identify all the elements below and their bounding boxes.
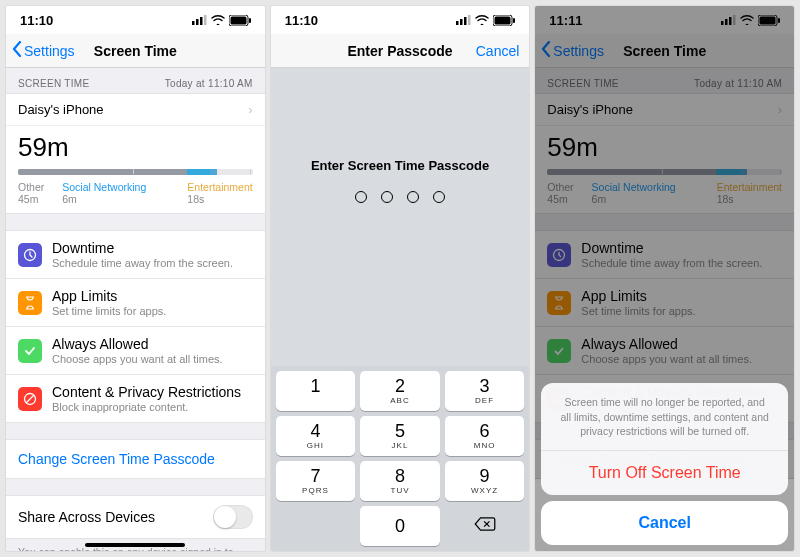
row-app-limits[interactable]: App LimitsSet time limits for apps. (6, 278, 265, 326)
numeric-keypad: 1 2ABC 3DEF 4GHI 5JKL 6MNO 7PQRS 8TUV 9W… (271, 366, 530, 551)
check-icon (18, 339, 42, 363)
cat-social-label: Social Networking (62, 181, 146, 193)
row-always-allowed[interactable]: Always AllowedChoose apps you want at al… (6, 326, 265, 374)
passcode-dots (271, 191, 530, 203)
back-label: Settings (24, 43, 75, 59)
key-4[interactable]: 4GHI (276, 416, 356, 456)
hourglass-icon (18, 291, 42, 315)
phone-turn-off-confirm: 11:11 Settings Screen Time SCREEN TIME T… (535, 6, 794, 551)
action-sheet-backdrop[interactable]: Screen time will no longer be reported, … (535, 6, 794, 551)
turn-off-screen-time-button[interactable]: Turn Off Screen Time (541, 450, 788, 495)
svg-rect-5 (230, 16, 246, 24)
downtime-title: Downtime (52, 240, 233, 256)
section-header-right: Today at 11:10 AM (165, 78, 253, 89)
key-8[interactable]: 8TUV (360, 461, 440, 501)
svg-rect-16 (513, 18, 515, 23)
backspace-icon (474, 516, 496, 536)
wifi-icon (211, 15, 225, 25)
nav-bar: Settings Screen Time (6, 34, 265, 68)
passcode-dot (381, 191, 393, 203)
content-title: Content & Privacy Restrictions (52, 384, 241, 400)
svg-line-9 (26, 395, 34, 403)
always-title: Always Allowed (52, 336, 223, 352)
row-content-privacy[interactable]: Content & Privacy RestrictionsBlock inap… (6, 374, 265, 422)
wifi-icon (475, 15, 489, 25)
cat-other-value: 45m (18, 193, 44, 205)
usage-categories: Other45m Social Networking6m Entertainme… (6, 181, 265, 213)
status-time: 11:10 (285, 13, 318, 28)
svg-rect-13 (468, 15, 471, 25)
svg-rect-10 (456, 21, 459, 25)
status-bar: 11:10 (271, 6, 530, 34)
device-name: Daisy's iPhone (18, 102, 104, 117)
share-across-devices-row[interactable]: Share Across Devices (6, 496, 265, 538)
svg-rect-15 (495, 16, 511, 24)
feature-list: DowntimeSchedule time away from the scre… (6, 230, 265, 423)
key-7[interactable]: 7PQRS (276, 461, 356, 501)
change-passcode-row[interactable]: Change Screen Time Passcode (6, 439, 265, 479)
content-sub: Block inappropriate content. (52, 401, 241, 413)
svg-rect-1 (196, 19, 199, 25)
key-1[interactable]: 1 (276, 371, 356, 411)
usage-card: Daisy's iPhone › 59m Other45m Social Net… (6, 93, 265, 214)
key-2[interactable]: 2ABC (360, 371, 440, 411)
home-indicator[interactable] (85, 543, 185, 547)
no-entry-icon (18, 387, 42, 411)
svg-rect-0 (192, 21, 195, 25)
key-backspace[interactable] (445, 506, 525, 546)
usage-total: 59m (6, 126, 265, 165)
status-bar: 11:10 (6, 6, 265, 34)
key-6[interactable]: 6MNO (445, 416, 525, 456)
action-sheet-cancel-button[interactable]: Cancel (541, 501, 788, 545)
applimits-title: App Limits (52, 288, 166, 304)
back-button[interactable]: Settings (12, 41, 75, 60)
action-sheet: Screen time will no longer be reported, … (541, 383, 788, 495)
cat-other-label: Other (18, 181, 44, 193)
phone-enter-passcode: 11:10 Enter Passcode Cancel Enter Screen… (271, 6, 530, 551)
cat-ent-value: 18s (187, 193, 252, 205)
action-sheet-message: Screen time will no longer be reported, … (541, 383, 788, 450)
usage-bar (18, 169, 253, 175)
downtime-icon (18, 243, 42, 267)
signal-icon (192, 13, 207, 28)
svg-rect-2 (200, 17, 203, 25)
cat-ent-label: Entertainment (187, 181, 252, 193)
share-label: Share Across Devices (18, 509, 155, 525)
nav-title: Screen Time (94, 43, 177, 59)
always-sub: Choose apps you want at all times. (52, 353, 223, 365)
row-downtime[interactable]: DowntimeSchedule time away from the scre… (6, 231, 265, 278)
battery-icon (229, 15, 251, 26)
key-5[interactable]: 5JKL (360, 416, 440, 456)
cancel-button[interactable]: Cancel (476, 43, 520, 59)
key-3[interactable]: 3DEF (445, 371, 525, 411)
key-9[interactable]: 9WXYZ (445, 461, 525, 501)
passcode-dot (355, 191, 367, 203)
status-time: 11:10 (20, 13, 53, 28)
nav-bar: Enter Passcode Cancel (271, 34, 530, 68)
chevron-right-icon: › (248, 102, 252, 117)
nav-title: Enter Passcode (347, 43, 452, 59)
battery-icon (493, 15, 515, 26)
svg-rect-3 (204, 15, 207, 25)
svg-rect-11 (460, 19, 463, 25)
device-row[interactable]: Daisy's iPhone › (6, 94, 265, 126)
key-0[interactable]: 0 (360, 506, 440, 546)
signal-icon (456, 13, 471, 28)
passcode-dot (433, 191, 445, 203)
phone-screen-time-settings: 11:10 Settings Screen Time SCREEN TIME T… (6, 6, 265, 551)
svg-rect-6 (249, 18, 251, 23)
chevron-left-icon (12, 41, 22, 60)
downtime-sub: Schedule time away from the screen. (52, 257, 233, 269)
svg-rect-12 (464, 17, 467, 25)
share-toggle[interactable] (213, 505, 253, 529)
applimits-sub: Set time limits for apps. (52, 305, 166, 317)
key-blank (276, 506, 356, 546)
passcode-dot (407, 191, 419, 203)
section-header-left: SCREEN TIME (18, 78, 89, 89)
section-header: SCREEN TIME Today at 11:10 AM (6, 68, 265, 93)
passcode-prompt: Enter Screen Time Passcode (271, 158, 530, 173)
cat-social-value: 6m (62, 193, 146, 205)
